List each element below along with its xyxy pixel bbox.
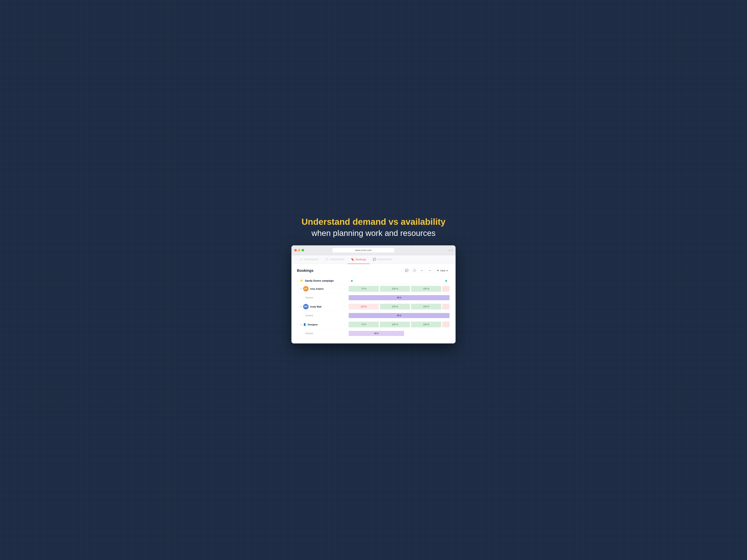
tab-files-label xyxy=(330,259,344,260)
view-label: View xyxy=(440,269,445,272)
bookings-header: Bookings 💬 🕐 ↩ ↪ 👁 View ▾ xyxy=(297,268,450,273)
person-left-amy: ▾ AA Amy Adams ··· xyxy=(297,286,348,292)
hero-title: Understand demand vs availability xyxy=(302,217,445,227)
person-row-designer: ▾ 👤 Designer ··· 75 % 100 % 100 % xyxy=(297,320,450,329)
andy-booked-bar-area: 40 h xyxy=(348,312,450,319)
tab-messages[interactable]: 💬 xyxy=(369,255,395,264)
campaign-left: ◇ 📁 Sandy Dunes campaign xyxy=(297,279,348,283)
folder-icon: 📁 xyxy=(300,279,304,283)
campaign-row: ◇ 📁 Sandy Dunes campaign ▶ ◆ xyxy=(297,277,450,284)
chevron-right-amy-booked[interactable]: › xyxy=(304,297,305,299)
traffic-lights xyxy=(294,249,304,251)
designer-cell-3: 100 % xyxy=(411,322,441,327)
tab-files[interactable]: 📄 xyxy=(322,255,347,264)
person-left-designer: ▾ 👤 Designer ··· xyxy=(297,323,348,326)
tab-messages-label xyxy=(378,259,392,260)
andy-cell-1: 124 % xyxy=(349,304,379,310)
three-dots-andy[interactable]: ··· xyxy=(343,305,346,308)
booked-left-andy: › Booked xyxy=(297,314,348,317)
designer-booked-bar: 42 h xyxy=(349,331,404,336)
maximize-button[interactable] xyxy=(302,249,304,251)
message-icon: 💬 xyxy=(373,258,376,261)
booked-left-amy: › Booked xyxy=(297,296,348,299)
hero-section: Understand demand vs availability when p… xyxy=(302,217,445,238)
chevron-down-designer[interactable]: ▾ xyxy=(301,323,302,326)
booked-row-designer: › Booked 42 h xyxy=(297,329,450,338)
bookings-icon: 🔖 xyxy=(351,258,354,261)
designer-util-cells: 75 % 100 % 100 % xyxy=(348,322,450,327)
chevron-right-andy-booked[interactable]: › xyxy=(304,315,305,317)
person-row-andy: ▾ AW Andy Wall ··· 124 % 100 % 100 % xyxy=(297,302,450,311)
designer-booked-hours: 42 h xyxy=(374,332,379,335)
comment-icon-btn[interactable]: 💬 xyxy=(404,268,410,273)
app-content: ✓ 📄 🔖 Bookings 💬 Bookings 💬 xyxy=(291,255,456,343)
nav-forward-button[interactable]: › xyxy=(452,249,453,252)
browser-window: www.scoro.com ‹ › ✓ 📄 🔖 Bookings 💬 xyxy=(291,245,456,343)
clock-icon-btn[interactable]: 🕐 xyxy=(411,268,417,273)
amy-cells: 75 % 100 % 100 % xyxy=(348,286,450,292)
play-icon: ▶ xyxy=(351,279,353,283)
header-actions: 💬 🕐 ↩ ↪ 👁 View ▾ xyxy=(404,268,450,273)
chevron-right-designer-booked[interactable]: › xyxy=(304,332,305,335)
person-role-icon: 👤 xyxy=(303,323,306,326)
designer-booked-bar-area: 42 h xyxy=(348,330,450,337)
nav-back-button[interactable]: ‹ xyxy=(449,249,450,252)
designer-cell-2: 100 % xyxy=(380,322,410,327)
bookings-table: ◇ 📁 Sandy Dunes campaign ▶ ◆ ▾ AA Amy Ad… xyxy=(297,277,450,338)
designer-cells: 75 % 100 % 100 % xyxy=(348,322,450,327)
booked-row-amy: › Booked 40 h xyxy=(297,293,450,302)
close-button[interactable] xyxy=(294,249,297,251)
file-icon: 📄 xyxy=(325,258,329,261)
diamond-icon: ◆ xyxy=(445,279,447,283)
expand-icon[interactable]: ◇ xyxy=(297,279,299,282)
three-dots-designer[interactable]: ··· xyxy=(343,323,346,326)
view-button[interactable]: 👁 View ▾ xyxy=(434,268,450,273)
designer-cell-4 xyxy=(442,322,449,327)
tab-tasks[interactable]: ✓ xyxy=(297,255,322,264)
person-row-amy: ▾ AA Amy Adams ··· 75 % 100 % 100 % xyxy=(297,284,450,293)
andy-cell-4 xyxy=(442,304,449,310)
booked-label-andy: Booked xyxy=(306,314,313,317)
chevron-down-andy[interactable]: ▾ xyxy=(301,305,302,308)
avatar-andy: AW xyxy=(303,304,309,309)
booked-left-designer: › Booked xyxy=(297,332,348,335)
andy-cell-3: 100 % xyxy=(411,304,441,310)
andy-cell-2: 100 % xyxy=(380,304,410,310)
booked-row-andy: › Booked 40 h xyxy=(297,311,450,320)
amy-booked-hours: 40 h xyxy=(397,296,401,299)
person-name-andy: Andy Wall xyxy=(310,305,321,308)
booked-label-designer: Booked xyxy=(306,332,313,335)
bookings-title: Bookings xyxy=(297,268,313,273)
andy-booked-bar: 40 h xyxy=(349,313,449,318)
andy-cells: 124 % 100 % 100 % xyxy=(348,304,450,310)
main-area: Bookings 💬 🕐 ↩ ↪ 👁 View ▾ xyxy=(291,264,456,343)
chevron-down-icon: ▾ xyxy=(446,269,448,272)
amy-booked-bar-area: 40 h xyxy=(348,294,450,301)
avatar-amy: AA xyxy=(303,286,309,292)
tab-tasks-label xyxy=(304,259,318,260)
undo-icon-btn[interactable]: ↩ xyxy=(419,268,425,273)
check-icon: ✓ xyxy=(300,258,303,261)
amy-util-cells: 75 % 100 % 100 % xyxy=(348,286,450,292)
amy-cell-3: 100 % xyxy=(411,286,441,292)
chevron-down-amy[interactable]: ▾ xyxy=(301,288,302,290)
booked-label-amy: Booked xyxy=(306,296,313,299)
tab-bar: ✓ 📄 🔖 Bookings 💬 xyxy=(291,255,456,264)
andy-booked-hours: 40 h xyxy=(397,314,401,317)
tab-bookings[interactable]: 🔖 Bookings xyxy=(347,255,369,264)
three-dots-amy[interactable]: ··· xyxy=(343,287,346,290)
person-name-designer: Designer xyxy=(308,323,318,326)
campaign-grid: ▶ ◆ xyxy=(348,279,450,283)
eye-icon: 👁 xyxy=(437,269,439,272)
amy-cell-2: 100 % xyxy=(380,286,410,292)
redo-icon-btn[interactable]: ↪ xyxy=(427,268,433,273)
person-name-amy: Amy Adams xyxy=(310,288,324,290)
campaign-name: Sandy Dunes campaign xyxy=(305,279,334,282)
hero-subtitle: when planning work and resources xyxy=(302,229,445,238)
minimize-button[interactable] xyxy=(298,249,300,251)
andy-util-cells: 124 % 100 % 100 % xyxy=(348,304,450,310)
amy-cell-1: 75 % xyxy=(349,286,379,292)
designer-cell-1: 75 % xyxy=(349,322,379,327)
tab-bookings-label: Bookings xyxy=(356,258,366,261)
address-bar[interactable]: www.scoro.com xyxy=(332,248,394,252)
